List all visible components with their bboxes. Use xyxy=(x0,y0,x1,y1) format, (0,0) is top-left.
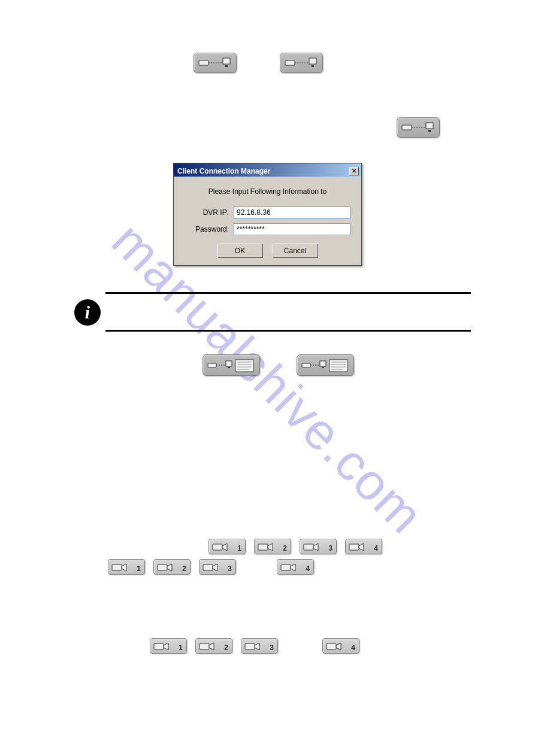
svg-marker-33 xyxy=(268,544,273,551)
camera-number: 2 xyxy=(182,564,186,573)
camera-icon xyxy=(153,641,171,652)
divider xyxy=(105,292,471,294)
camera-number: 3 xyxy=(328,544,333,552)
svg-marker-45 xyxy=(291,564,295,571)
camera-icon xyxy=(211,542,229,552)
camera-button-4[interactable]: 4 xyxy=(345,539,382,554)
cancel-button[interactable]: Cancel xyxy=(273,244,318,258)
divider xyxy=(105,330,471,332)
camera-icon xyxy=(303,542,321,552)
network-log-icon xyxy=(207,359,257,373)
network-log-icon xyxy=(301,359,351,373)
camera-number: 1 xyxy=(137,564,141,573)
svg-rect-5 xyxy=(309,58,316,64)
camera-number: 2 xyxy=(224,643,228,652)
svg-rect-48 xyxy=(200,643,209,649)
camera-button-4c[interactable]: 4 xyxy=(322,638,359,654)
camera-button-3c[interactable]: 3 xyxy=(241,638,278,654)
close-button[interactable]: ✕ xyxy=(349,167,359,175)
ok-button[interactable]: OK xyxy=(217,244,263,258)
svg-rect-6 xyxy=(312,65,314,67)
svg-marker-37 xyxy=(359,544,364,551)
svg-rect-46 xyxy=(154,643,164,649)
camera-icon xyxy=(111,562,129,573)
camera-button-3[interactable]: 3 xyxy=(300,539,337,554)
svg-rect-22 xyxy=(320,361,326,366)
camera-icon xyxy=(198,641,216,652)
svg-marker-39 xyxy=(122,564,126,571)
dialog-message: Please Input Following Information to xyxy=(185,187,350,196)
dvr-ip-input[interactable] xyxy=(234,207,350,218)
svg-rect-30 xyxy=(213,544,222,550)
svg-rect-23 xyxy=(322,367,324,368)
svg-marker-43 xyxy=(213,564,217,571)
svg-rect-14 xyxy=(228,367,230,368)
info-icon: i xyxy=(74,299,101,326)
log-icon-button-2[interactable] xyxy=(297,354,354,376)
svg-rect-1 xyxy=(223,58,230,64)
svg-marker-35 xyxy=(313,544,318,551)
svg-marker-49 xyxy=(209,643,214,650)
camera-button-2[interactable]: 2 xyxy=(254,539,291,554)
camera-number: 1 xyxy=(179,643,183,652)
camera-icon xyxy=(325,641,343,652)
svg-rect-8 xyxy=(402,125,412,130)
password-label: Password: xyxy=(185,225,234,233)
svg-marker-41 xyxy=(167,564,172,571)
camera-icon xyxy=(280,562,298,573)
dialog-title: Client Connection Manager xyxy=(177,167,270,175)
svg-rect-4 xyxy=(285,60,295,65)
svg-rect-52 xyxy=(327,643,336,649)
camera-icon xyxy=(257,542,275,552)
dvr-ip-label: DVR IP: xyxy=(185,208,234,217)
svg-rect-16 xyxy=(235,360,253,372)
camera-number: 3 xyxy=(270,643,274,652)
camera-button-2b[interactable]: 2 xyxy=(153,559,191,575)
svg-rect-40 xyxy=(158,564,167,570)
password-input[interactable] xyxy=(234,223,350,235)
network-icon xyxy=(401,122,437,135)
camera-button-1c[interactable]: 1 xyxy=(150,638,187,654)
connect-icon-button-2[interactable] xyxy=(280,53,323,73)
camera-button-2c[interactable]: 2 xyxy=(195,638,232,654)
svg-rect-25 xyxy=(330,360,347,372)
camera-number: 4 xyxy=(306,564,310,573)
camera-number: 3 xyxy=(228,564,232,573)
svg-rect-38 xyxy=(112,564,122,570)
svg-rect-13 xyxy=(226,361,232,366)
svg-rect-42 xyxy=(203,564,213,570)
svg-marker-53 xyxy=(336,643,341,650)
camera-icon xyxy=(244,641,262,652)
network-icon xyxy=(284,57,320,70)
dialog-body: Please Input Following Information to DV… xyxy=(174,177,361,265)
camera-button-4b[interactable]: 4 xyxy=(277,559,314,575)
svg-rect-34 xyxy=(304,544,313,550)
svg-rect-10 xyxy=(428,130,431,132)
connect-icon-button-3[interactable] xyxy=(397,117,440,138)
svg-rect-9 xyxy=(426,123,433,129)
connect-icon-button-1[interactable] xyxy=(194,53,237,73)
svg-rect-44 xyxy=(281,564,291,570)
svg-rect-12 xyxy=(208,363,216,368)
client-connection-dialog: Client Connection Manager ✕ Please Input… xyxy=(173,163,362,266)
camera-number: 4 xyxy=(351,643,355,652)
dialog-titlebar: Client Connection Manager ✕ xyxy=(174,163,361,177)
camera-icon xyxy=(202,562,220,573)
camera-button-1b[interactable]: 1 xyxy=(108,559,145,575)
svg-rect-0 xyxy=(199,60,208,65)
svg-rect-2 xyxy=(225,65,228,67)
svg-rect-50 xyxy=(245,643,255,649)
log-icon-button-1[interactable] xyxy=(202,354,260,376)
camera-icon xyxy=(156,562,174,573)
svg-rect-32 xyxy=(258,544,268,550)
svg-rect-36 xyxy=(349,544,359,550)
svg-marker-51 xyxy=(255,643,259,650)
camera-number: 1 xyxy=(237,544,241,552)
camera-number: 2 xyxy=(283,544,287,552)
camera-icon xyxy=(348,542,366,552)
camera-button-3b[interactable]: 3 xyxy=(199,559,236,575)
camera-number: 4 xyxy=(374,544,378,552)
svg-marker-47 xyxy=(164,643,168,650)
camera-button-1[interactable]: 1 xyxy=(208,539,246,554)
svg-marker-31 xyxy=(222,544,227,551)
